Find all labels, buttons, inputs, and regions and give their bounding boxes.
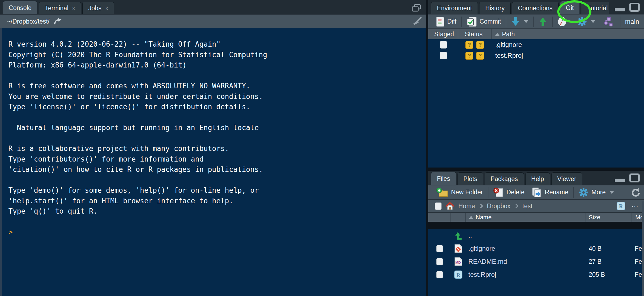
chevron-down-icon[interactable] bbox=[524, 20, 528, 23]
refresh-icon[interactable] bbox=[631, 188, 640, 197]
file-row-parent[interactable]: .. bbox=[428, 229, 644, 242]
git-more-button[interactable] bbox=[574, 17, 599, 27]
chevron-down-icon[interactable] bbox=[610, 191, 614, 194]
svg-text:R: R bbox=[456, 272, 460, 278]
tab-viewer[interactable]: Viewer bbox=[551, 172, 582, 185]
history-button[interactable] bbox=[554, 17, 570, 27]
tab-console[interactable]: Console bbox=[3, 1, 37, 14]
minimize-pane-icon[interactable] bbox=[615, 179, 625, 182]
pane-window-buttons bbox=[609, 171, 644, 185]
status-untracked-badge: ? bbox=[476, 52, 484, 60]
rename-button[interactable]: Rename bbox=[528, 187, 572, 198]
console-tabstrip: Console Terminal x Jobs x bbox=[0, 0, 426, 14]
files-toolbar: New Folder Delete bbox=[428, 185, 644, 199]
file-name[interactable]: test.Rproj bbox=[466, 271, 585, 278]
forward-arrow-icon[interactable] bbox=[53, 17, 62, 25]
tab-label: Viewer bbox=[557, 175, 576, 183]
tab-tutorial[interactable]: Tutorial bbox=[581, 2, 614, 14]
current-branch-label[interactable]: main bbox=[625, 18, 639, 25]
file-name[interactable]: .. bbox=[466, 232, 585, 239]
column-header-icon bbox=[451, 213, 466, 222]
file-checkbox[interactable] bbox=[436, 245, 443, 252]
git-table-header: Staged Status Path bbox=[428, 28, 644, 39]
push-button[interactable] bbox=[535, 17, 551, 27]
tab-plots[interactable]: Plots bbox=[458, 172, 483, 185]
tab-label: Terminal bbox=[45, 5, 68, 12]
scrollbar[interactable] bbox=[642, 201, 644, 296]
new-folder-label: New Folder bbox=[451, 189, 483, 196]
status-untracked-badge: ? bbox=[476, 41, 484, 49]
tab-label: Console bbox=[9, 4, 31, 12]
git-file-row[interactable]: ? ? .gitignore bbox=[428, 39, 644, 50]
tab-label: Packages bbox=[491, 175, 518, 183]
commit-icon bbox=[467, 17, 476, 27]
console-text: R version 4.0.2 (2020-06-22) -- "Taking … bbox=[8, 39, 426, 217]
tab-connections[interactable]: Connections bbox=[512, 2, 559, 14]
pull-button[interactable] bbox=[508, 17, 532, 27]
maximize-pane-icon[interactable] bbox=[629, 3, 640, 12]
git-pane: Environment History Connections Git Tuto… bbox=[428, 0, 644, 168]
column-header-size[interactable]: Size bbox=[585, 213, 632, 222]
tab-files[interactable]: Files bbox=[431, 172, 456, 185]
tab-label: Plots bbox=[463, 175, 477, 183]
tab-history[interactable]: History bbox=[479, 2, 511, 14]
chevron-down-icon[interactable] bbox=[591, 20, 595, 23]
console-output[interactable]: R version 4.0.2 (2020-06-22) -- "Taking … bbox=[0, 28, 426, 296]
file-row-rproj[interactable]: R test.Rproj 205 B Fe bbox=[428, 268, 644, 281]
breadcrumb-item-test[interactable]: test bbox=[522, 202, 532, 210]
file-checkbox[interactable] bbox=[436, 258, 443, 265]
staged-checkbox[interactable] bbox=[440, 52, 447, 59]
files-pane: Files Plots Packages Help Viewer bbox=[428, 171, 644, 296]
new-folder-button[interactable]: New Folder bbox=[433, 187, 487, 198]
maximize-pane-icon[interactable] bbox=[629, 173, 640, 182]
minimize-pane-icon[interactable] bbox=[615, 8, 625, 11]
more-label: More bbox=[591, 189, 606, 196]
tab-label: History bbox=[485, 5, 505, 12]
close-icon[interactable]: x bbox=[105, 5, 108, 11]
tab-git[interactable]: Git bbox=[560, 1, 580, 14]
breadcrumb-more-button[interactable]: ... bbox=[632, 201, 639, 208]
files-table-header: Name Size Mo bbox=[428, 212, 644, 222]
breadcrumb-item-dropbox[interactable]: Dropbox bbox=[487, 202, 510, 210]
commit-button[interactable]: Commit bbox=[463, 17, 504, 27]
file-row-gitignore[interactable]: .gitignore 40 B Fe bbox=[428, 242, 644, 255]
broom-icon[interactable] bbox=[412, 17, 422, 26]
file-checkbox[interactable] bbox=[436, 271, 443, 278]
prompt-symbol: > bbox=[8, 228, 13, 236]
column-header-path[interactable]: Path bbox=[492, 29, 644, 39]
popout-icon[interactable] bbox=[411, 4, 421, 12]
breadcrumb-item-home[interactable]: Home bbox=[458, 202, 475, 210]
staged-checkbox[interactable] bbox=[440, 41, 447, 49]
tab-jobs[interactable]: Jobs x bbox=[82, 2, 114, 14]
column-header-status[interactable]: Status bbox=[458, 29, 492, 39]
tab-environment[interactable]: Environment bbox=[431, 2, 478, 14]
pull-icon bbox=[511, 17, 520, 27]
tab-packages[interactable]: Packages bbox=[485, 172, 524, 185]
column-header-staged[interactable]: Staged bbox=[428, 29, 458, 39]
git-toolbar: Diff Commit bbox=[428, 14, 644, 28]
tab-label: Git bbox=[566, 4, 574, 12]
delete-button[interactable]: Delete bbox=[490, 187, 528, 198]
tab-label: Jobs bbox=[88, 5, 102, 12]
file-name[interactable]: .gitignore bbox=[466, 245, 585, 252]
delete-label: Delete bbox=[507, 189, 524, 196]
branch-graph-icon bbox=[602, 17, 613, 27]
file-row-readme[interactable]: MD README.md 27 B Fe bbox=[428, 255, 644, 268]
tab-terminal[interactable]: Terminal x bbox=[39, 2, 81, 14]
tab-help[interactable]: Help bbox=[525, 172, 550, 185]
console-prompt[interactable]: > bbox=[8, 227, 426, 237]
branch-view-button[interactable] bbox=[599, 17, 616, 27]
column-header-name[interactable]: Name bbox=[466, 213, 585, 222]
more-button[interactable]: More bbox=[575, 188, 617, 197]
sort-ascending-icon bbox=[469, 216, 473, 219]
git-file-row[interactable]: ? ? test.Rproj bbox=[428, 50, 644, 61]
close-icon[interactable]: x bbox=[72, 5, 75, 11]
working-directory-path[interactable]: ~/Dropbox/test/ bbox=[7, 18, 50, 25]
diff-button[interactable]: Diff bbox=[433, 17, 460, 27]
diff-label: Diff bbox=[447, 18, 456, 25]
file-name[interactable]: README.md bbox=[466, 258, 585, 265]
file-size: 205 B bbox=[585, 271, 632, 278]
rename-label: Rename bbox=[545, 189, 568, 196]
rproject-icon[interactable]: R bbox=[616, 201, 626, 211]
select-all-checkbox[interactable] bbox=[435, 202, 442, 210]
